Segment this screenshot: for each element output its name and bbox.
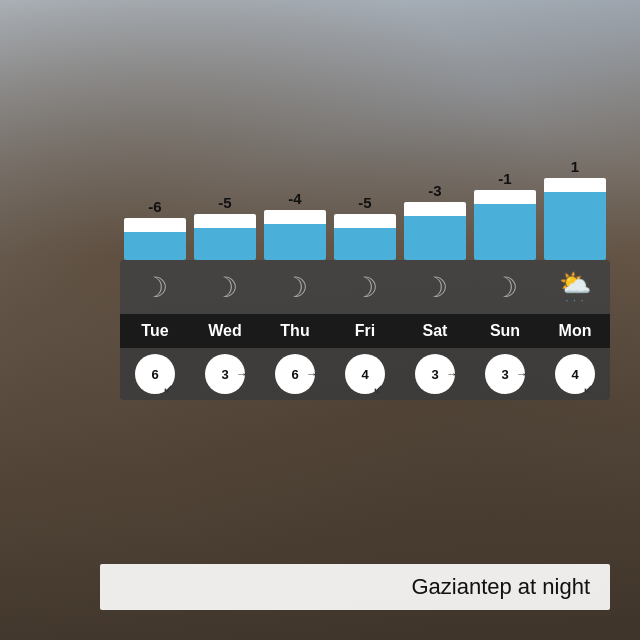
bar-bottom-blue xyxy=(124,232,186,260)
bar-wrapper: -6 xyxy=(124,198,186,260)
bar-temp-label: -6 xyxy=(148,198,161,215)
bar-top-white xyxy=(124,218,186,232)
weather-icon-moon: ☽ xyxy=(400,268,470,306)
weather-icon-moon: ☽ xyxy=(120,268,190,306)
bar-wrapper: -3 xyxy=(404,182,466,260)
temperature-bar xyxy=(264,210,326,260)
moon-icon: ☽ xyxy=(213,271,238,304)
wind-cell: 4↙ xyxy=(330,354,400,394)
moon-icon: ☽ xyxy=(353,271,378,304)
day-cell-thu: Thu xyxy=(260,314,330,348)
bar-top-white xyxy=(404,202,466,216)
cloud-rain-icon: ⛅ · · · xyxy=(559,268,591,306)
bar-top-white xyxy=(194,214,256,228)
weather-icon-moon: ☽ xyxy=(190,268,260,306)
wind-cell: 3→ xyxy=(400,354,470,394)
wind-speed-badge: 6→ xyxy=(275,354,315,394)
bar-temp-label: -5 xyxy=(358,194,371,211)
wind-speed-value: 3 xyxy=(431,367,438,382)
wind-direction-arrow: ↙ xyxy=(163,382,173,396)
wind-direction-arrow: ↙ xyxy=(373,382,383,396)
bar-col-tue: -6 xyxy=(120,198,190,260)
moon-icon: ☽ xyxy=(143,271,168,304)
weather-icon-moon: ☽ xyxy=(260,268,330,306)
wind-speed-badge: 3→ xyxy=(485,354,525,394)
bar-wrapper: 1 xyxy=(544,158,606,260)
bar-temp-label: -1 xyxy=(498,170,511,187)
wind-speed-row: 6↙3→6→4↙3→3→4↙ xyxy=(120,348,610,400)
wind-direction-arrow: → xyxy=(516,367,528,381)
wind-cell: 4↙ xyxy=(540,354,610,394)
day-cell-mon: Mon xyxy=(540,314,610,348)
temperature-bar xyxy=(334,214,396,260)
wind-cell: 3→ xyxy=(190,354,260,394)
bar-temp-label: -5 xyxy=(218,194,231,211)
bar-wrapper: -1 xyxy=(474,170,536,260)
wind-speed-value: 3 xyxy=(221,367,228,382)
wind-speed-badge: 4↙ xyxy=(345,354,385,394)
bar-bottom-blue xyxy=(264,224,326,260)
weather-icon-cloud-rain: ⛅ · · · xyxy=(540,268,610,306)
bar-bottom-blue xyxy=(194,228,256,260)
bar-bottom-blue xyxy=(544,192,606,260)
weather-icon-moon: ☽ xyxy=(330,268,400,306)
wind-speed-value: 4 xyxy=(571,367,578,382)
wind-cell: 6↙ xyxy=(120,354,190,394)
bar-col-fri: -5 xyxy=(330,194,400,260)
day-cell-tue: Tue xyxy=(120,314,190,348)
weather-widget: -6-5-4-5-3-11 ☽☽☽☽☽☽ ⛅ · · · TueWedThuFr… xyxy=(120,130,610,400)
bar-top-white xyxy=(544,178,606,192)
day-label-row: TueWedThuFriSatSunMon xyxy=(120,314,610,348)
wind-speed-badge: 3→ xyxy=(205,354,245,394)
wind-direction-arrow: → xyxy=(446,367,458,381)
bar-bottom-blue xyxy=(404,216,466,260)
location-label: Gaziantep at night xyxy=(100,564,610,610)
bar-col-mon: 1 xyxy=(540,158,610,260)
bar-wrapper: -5 xyxy=(334,194,396,260)
wind-speed-badge: 6↙ xyxy=(135,354,175,394)
wind-cell: 6→ xyxy=(260,354,330,394)
bar-top-white xyxy=(474,190,536,204)
weather-icon-row: ☽☽☽☽☽☽ ⛅ · · · xyxy=(120,260,610,314)
wind-cell: 3→ xyxy=(470,354,540,394)
moon-icon: ☽ xyxy=(283,271,308,304)
wind-speed-value: 4 xyxy=(361,367,368,382)
day-cell-sat: Sat xyxy=(400,314,470,348)
wind-speed-value: 6 xyxy=(151,367,158,382)
wind-speed-badge: 4↙ xyxy=(555,354,595,394)
temperature-bar xyxy=(404,202,466,260)
bar-temp-label: -4 xyxy=(288,190,301,207)
bar-top-white xyxy=(264,210,326,224)
temperature-bar-chart: -6-5-4-5-3-11 xyxy=(120,130,610,260)
moon-icon: ☽ xyxy=(493,271,518,304)
rain-drops: · · · xyxy=(566,295,585,306)
weather-icon-moon: ☽ xyxy=(470,268,540,306)
temperature-bar xyxy=(194,214,256,260)
day-cell-fri: Fri xyxy=(330,314,400,348)
wind-direction-arrow: → xyxy=(236,367,248,381)
bar-col-thu: -4 xyxy=(260,190,330,260)
moon-icon: ☽ xyxy=(423,271,448,304)
bar-top-white xyxy=(334,214,396,228)
wind-speed-value: 6 xyxy=(291,367,298,382)
bar-temp-label: 1 xyxy=(571,158,579,175)
wind-direction-arrow: → xyxy=(306,367,318,381)
bar-col-wed: -5 xyxy=(190,194,260,260)
bar-bottom-blue xyxy=(334,228,396,260)
bar-wrapper: -5 xyxy=(194,194,256,260)
day-cell-sun: Sun xyxy=(470,314,540,348)
temperature-bar xyxy=(474,190,536,260)
bar-temp-label: -3 xyxy=(428,182,441,199)
bar-col-sun: -1 xyxy=(470,170,540,260)
bar-wrapper: -4 xyxy=(264,190,326,260)
bar-col-sat: -3 xyxy=(400,182,470,260)
wind-speed-value: 3 xyxy=(501,367,508,382)
wind-direction-arrow: ↙ xyxy=(583,382,593,396)
bar-bottom-blue xyxy=(474,204,536,260)
weather-panel: ☽☽☽☽☽☽ ⛅ · · · TueWedThuFriSatSunMon 6↙3… xyxy=(120,260,610,400)
temperature-bar xyxy=(124,218,186,260)
temperature-bar xyxy=(544,178,606,260)
day-cell-wed: Wed xyxy=(190,314,260,348)
wind-speed-badge: 3→ xyxy=(415,354,455,394)
